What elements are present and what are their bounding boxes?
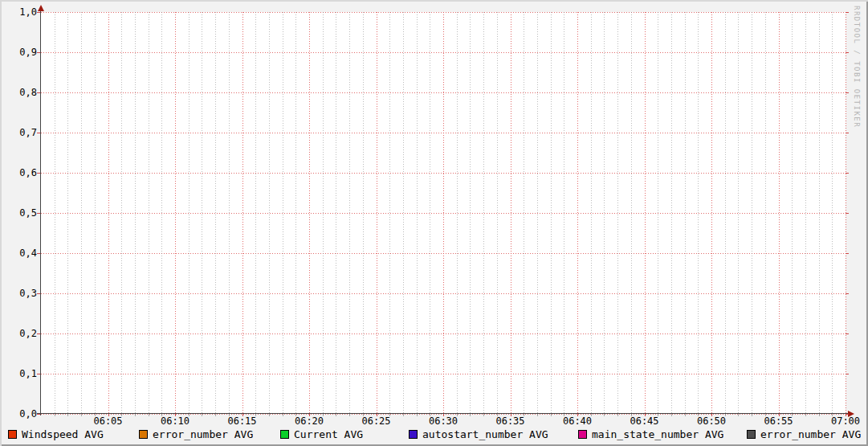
y-axis-label: 0,8 [2, 87, 37, 98]
legend-label: error_number AVG [153, 428, 253, 440]
x-axis-label: 06:45 [627, 416, 662, 427]
legend-item: main_state_number AVG [578, 428, 723, 440]
x-axis-tick [121, 414, 122, 416]
x-axis-tick [283, 414, 283, 416]
x-axis-tick [524, 414, 524, 416]
y-axis-tick [37, 52, 40, 53]
x-gridline-minor [121, 12, 122, 414]
y-axis-arrow-icon [38, 5, 44, 11]
x-gridline-minor [81, 12, 82, 414]
x-axis-tick [658, 414, 658, 416]
x-axis-tick [189, 414, 189, 416]
x-gridline-major [511, 12, 511, 414]
x-gridline-minor [524, 12, 524, 414]
legend-swatch [747, 430, 756, 439]
y-axis-tick [37, 414, 40, 415]
x-gridline-minor [738, 12, 739, 414]
x-gridline-major [242, 12, 243, 414]
x-gridline-minor [417, 12, 418, 414]
x-gridline-minor [283, 12, 283, 414]
x-axis-tick [470, 414, 471, 416]
x-axis-tick [457, 414, 458, 416]
x-axis-label: 06:55 [761, 416, 797, 427]
x-gridline-minor [819, 12, 820, 414]
x-axis-tick [202, 414, 202, 416]
x-gridline-major [577, 12, 578, 414]
x-axis-label: 06:20 [291, 416, 327, 427]
x-gridline-minor [685, 12, 686, 414]
x-axis-tick [497, 414, 498, 416]
x-axis-label: 06:05 [91, 416, 126, 427]
x-axis-tick [67, 414, 68, 416]
y-axis-label: 0,6 [2, 167, 37, 178]
y-axis-label: 0,7 [2, 127, 37, 138]
x-axis-tick [377, 414, 377, 416]
x-axis-tick [617, 414, 618, 416]
x-gridline-minor [457, 12, 458, 414]
x-axis-tick [215, 414, 216, 416]
y-axis-label: 1,0 [2, 6, 37, 18]
y-axis-label: 0,1 [2, 368, 37, 379]
legend-label: error_number AVG [760, 428, 861, 440]
x-axis-tick [765, 414, 766, 416]
y-axis-tick [37, 12, 40, 13]
x-axis-tick [537, 414, 538, 416]
x-axis-label: 06:35 [493, 416, 528, 427]
y-axis-tick [37, 333, 40, 334]
x-axis-tick [229, 414, 230, 416]
x-gridline-major [779, 12, 780, 414]
x-axis-tick [779, 414, 780, 416]
x-gridline-minor [229, 12, 230, 414]
x-axis-label: 06:25 [359, 416, 394, 427]
x-gridline-minor [202, 12, 202, 414]
x-axis-label: 06:10 [157, 416, 193, 427]
x-axis-tick [752, 414, 752, 416]
x-axis-tick [645, 414, 646, 416]
y-axis-tick [846, 52, 849, 53]
x-axis-tick [483, 414, 484, 416]
x-gridline-minor [430, 12, 430, 414]
x-axis-tick [738, 414, 739, 416]
x-gridline-major [377, 12, 377, 414]
x-axis-tick [792, 414, 793, 416]
x-gridline-minor [363, 12, 364, 414]
legend-item: Current AVG [280, 428, 363, 440]
x-gridline-minor [792, 12, 793, 414]
x-axis-tick [255, 414, 256, 416]
legend-item: autostart_number AVG [409, 428, 548, 440]
x-gridline-minor [832, 12, 833, 414]
x-axis-label: 06:15 [225, 416, 260, 427]
legend-item: error_number AVG [747, 428, 861, 440]
x-axis-tick [149, 414, 149, 416]
x-gridline-minor [617, 12, 618, 414]
x-axis-label: 06:30 [426, 416, 461, 427]
legend-item: error_number AVG [139, 428, 253, 440]
y-axis-tick [37, 213, 40, 214]
x-axis-tick [135, 414, 136, 416]
x-axis-tick [108, 414, 109, 416]
x-gridline-minor [189, 12, 189, 414]
rrdtool-graph: 1,00,90,80,70,60,50,40,30,20,10,0 06:050… [0, 0, 868, 446]
legend-label: Windspeed AVG [22, 428, 104, 440]
x-gridline-minor [483, 12, 484, 414]
x-gridline-minor [255, 12, 256, 414]
y-axis-tick [846, 12, 849, 13]
x-axis-tick [671, 414, 672, 416]
legend-swatch [139, 430, 148, 439]
x-gridline-minor [403, 12, 404, 414]
x-gridline-minor [551, 12, 552, 414]
legend-swatch [578, 430, 587, 439]
y-axis-tick [846, 293, 849, 294]
x-gridline-minor [698, 12, 699, 414]
legend-swatch [409, 430, 418, 439]
x-gridline-minor [805, 12, 806, 414]
x-axis-label: 06:50 [694, 416, 729, 427]
x-gridline-minor [161, 12, 162, 414]
x-axis-tick [430, 414, 430, 416]
legend-label: main_state_number AVG [592, 428, 723, 440]
x-axis-tick [95, 414, 96, 416]
y-axis-tick [846, 173, 849, 174]
x-gridline-major [309, 12, 310, 414]
y-axis-tick [37, 253, 40, 254]
x-axis-tick [336, 414, 336, 416]
